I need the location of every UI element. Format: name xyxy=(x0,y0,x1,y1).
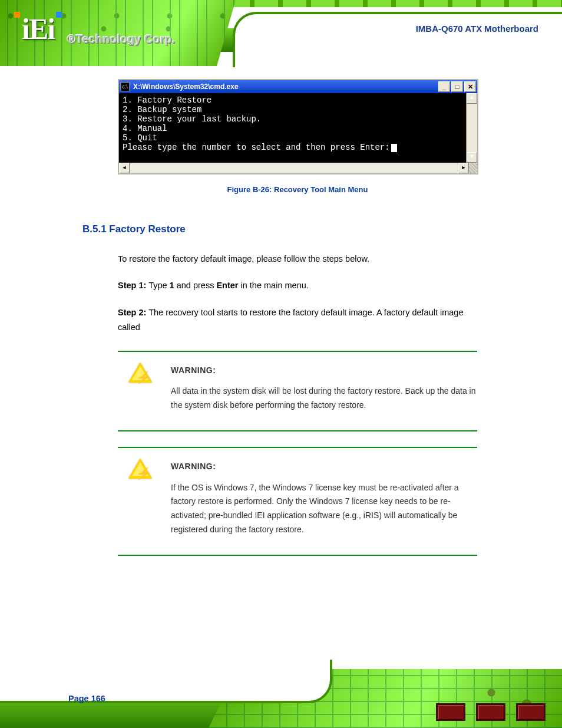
bottom-banner: Page 166 xyxy=(0,662,562,728)
warning-box-1: ⚡ WARNING: All data in the system disk w… xyxy=(118,351,477,431)
step2: Step 2: The recovery tool starts to rest… xyxy=(118,305,477,335)
warning-body: All data in the system disk will be lost… xyxy=(171,384,477,413)
scroll-down-icon[interactable]: ▼ xyxy=(467,152,477,163)
cmd-title: X:\Windows\System32\cmd.exe xyxy=(133,83,239,91)
cmd-line-4: 4. Manual xyxy=(123,124,474,133)
scroll-right-icon[interactable]: ► xyxy=(458,163,469,173)
chip-icon xyxy=(517,704,544,720)
intro-line: To restore the factory default image, pl… xyxy=(118,252,477,266)
cmd-hscroll[interactable]: ◄ ► xyxy=(119,163,477,173)
body-paragraphs: To restore the factory default image, pl… xyxy=(118,252,477,335)
minimize-button[interactable]: _ xyxy=(438,81,450,92)
cmd-line-3: 3. Restore your last backup. xyxy=(123,114,474,124)
page-number: Page 166 xyxy=(68,694,105,703)
scroll-left-icon[interactable]: ◄ xyxy=(119,163,130,173)
close-button[interactable]: ✕ xyxy=(464,81,476,92)
top-banner: iEi ®Technology Corp. IMBA-Q670 ATX Moth… xyxy=(0,0,562,66)
content-column: c:\ X:\Windows\System32\cmd.exe _ □ ✕ 1.… xyxy=(118,79,477,556)
iei-logo: iEi xyxy=(14,12,62,46)
cmd-titlebar: c:\ X:\Windows\System32\cmd.exe _ □ ✕ xyxy=(119,80,477,93)
warning-body: If the OS is Windows 7, the Windows 7 li… xyxy=(171,481,477,537)
warning-icon: ⚡ xyxy=(128,459,152,480)
figure-caption: Figure B-26: Recovery Tool Main Menu xyxy=(118,185,477,194)
brand-text: ®Technology Corp. xyxy=(67,32,175,46)
cursor xyxy=(391,144,397,152)
warning-title: WARNING: xyxy=(171,364,477,378)
chip-icon xyxy=(437,704,464,720)
step1: Step 1: Type 1 and press Enter in the ma… xyxy=(118,278,477,293)
product-name: IMBA-Q670 ATX Motherboard xyxy=(416,24,538,34)
section-heading: B.5.1 Factory Restore xyxy=(82,223,477,235)
warning-icon: ⚡ xyxy=(128,363,152,384)
cmd-body: 1. Factory Restore 2. Backup system 3. R… xyxy=(119,93,477,163)
cmd-vscroll[interactable]: ▲ ▼ xyxy=(466,93,477,163)
logo-text: iEi xyxy=(22,12,54,45)
bb-white-curve xyxy=(0,660,332,703)
scroll-up-icon[interactable]: ▲ xyxy=(467,93,477,104)
cmd-line-2: 2. Backup system xyxy=(123,105,474,114)
maximize-button[interactable]: □ xyxy=(451,81,463,92)
cmd-line-5: 5. Quit xyxy=(123,133,474,143)
cmd-line-1: 1. Factory Restore xyxy=(123,95,474,105)
resize-grip-icon[interactable] xyxy=(469,163,477,173)
cmd-icon: c:\ xyxy=(120,82,130,91)
cmd-prompt: Please type the number to select and the… xyxy=(123,143,474,152)
scroll-track[interactable] xyxy=(130,163,458,173)
warning-box-2: ⚡ WARNING: If the OS is Windows 7, the W… xyxy=(118,447,477,556)
chip-icon xyxy=(477,704,504,720)
banner-right-curve xyxy=(233,12,562,67)
cmd-window: c:\ X:\Windows\System32\cmd.exe _ □ ✕ 1.… xyxy=(118,79,478,174)
warning-title: WARNING: xyxy=(171,460,477,474)
